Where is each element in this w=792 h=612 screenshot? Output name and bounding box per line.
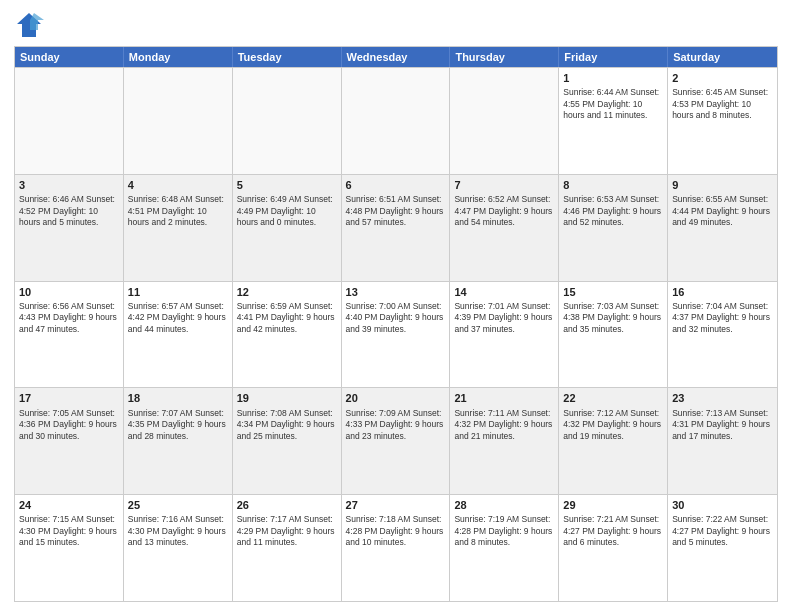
calendar-cell: 26Sunrise: 7:17 AM Sunset: 4:29 PM Dayli… bbox=[233, 495, 342, 601]
calendar-cell: 12Sunrise: 6:59 AM Sunset: 4:41 PM Dayli… bbox=[233, 282, 342, 388]
day-info: Sunrise: 6:46 AM Sunset: 4:52 PM Dayligh… bbox=[19, 194, 119, 228]
day-number: 20 bbox=[346, 391, 446, 405]
calendar-row-2: 10Sunrise: 6:56 AM Sunset: 4:43 PM Dayli… bbox=[15, 281, 777, 388]
day-info: Sunrise: 7:11 AM Sunset: 4:32 PM Dayligh… bbox=[454, 408, 554, 442]
day-number: 14 bbox=[454, 285, 554, 299]
calendar-cell: 18Sunrise: 7:07 AM Sunset: 4:35 PM Dayli… bbox=[124, 388, 233, 494]
day-info: Sunrise: 7:08 AM Sunset: 4:34 PM Dayligh… bbox=[237, 408, 337, 442]
day-number: 22 bbox=[563, 391, 663, 405]
day-info: Sunrise: 6:49 AM Sunset: 4:49 PM Dayligh… bbox=[237, 194, 337, 228]
day-info: Sunrise: 6:45 AM Sunset: 4:53 PM Dayligh… bbox=[672, 87, 773, 121]
day-info: Sunrise: 7:03 AM Sunset: 4:38 PM Dayligh… bbox=[563, 301, 663, 335]
day-number: 15 bbox=[563, 285, 663, 299]
calendar-cell: 3Sunrise: 6:46 AM Sunset: 4:52 PM Daylig… bbox=[15, 175, 124, 281]
calendar-cell: 9Sunrise: 6:55 AM Sunset: 4:44 PM Daylig… bbox=[668, 175, 777, 281]
calendar-cell: 10Sunrise: 6:56 AM Sunset: 4:43 PM Dayli… bbox=[15, 282, 124, 388]
calendar-row-1: 3Sunrise: 6:46 AM Sunset: 4:52 PM Daylig… bbox=[15, 174, 777, 281]
calendar-cell: 8Sunrise: 6:53 AM Sunset: 4:46 PM Daylig… bbox=[559, 175, 668, 281]
day-header-saturday: Saturday bbox=[668, 47, 777, 67]
day-info: Sunrise: 6:48 AM Sunset: 4:51 PM Dayligh… bbox=[128, 194, 228, 228]
day-info: Sunrise: 6:56 AM Sunset: 4:43 PM Dayligh… bbox=[19, 301, 119, 335]
calendar-cell: 23Sunrise: 7:13 AM Sunset: 4:31 PM Dayli… bbox=[668, 388, 777, 494]
calendar-cell: 28Sunrise: 7:19 AM Sunset: 4:28 PM Dayli… bbox=[450, 495, 559, 601]
calendar-cell: 16Sunrise: 7:04 AM Sunset: 4:37 PM Dayli… bbox=[668, 282, 777, 388]
day-header-thursday: Thursday bbox=[450, 47, 559, 67]
day-number: 17 bbox=[19, 391, 119, 405]
header bbox=[14, 10, 778, 40]
calendar-cell: 25Sunrise: 7:16 AM Sunset: 4:30 PM Dayli… bbox=[124, 495, 233, 601]
day-info: Sunrise: 6:52 AM Sunset: 4:47 PM Dayligh… bbox=[454, 194, 554, 228]
calendar-cell: 14Sunrise: 7:01 AM Sunset: 4:39 PM Dayli… bbox=[450, 282, 559, 388]
day-info: Sunrise: 7:05 AM Sunset: 4:36 PM Dayligh… bbox=[19, 408, 119, 442]
day-number: 16 bbox=[672, 285, 773, 299]
calendar-cell bbox=[124, 68, 233, 174]
day-number: 23 bbox=[672, 391, 773, 405]
day-number: 24 bbox=[19, 498, 119, 512]
day-number: 27 bbox=[346, 498, 446, 512]
page: SundayMondayTuesdayWednesdayThursdayFrid… bbox=[0, 0, 792, 612]
day-info: Sunrise: 7:13 AM Sunset: 4:31 PM Dayligh… bbox=[672, 408, 773, 442]
calendar-cell: 30Sunrise: 7:22 AM Sunset: 4:27 PM Dayli… bbox=[668, 495, 777, 601]
calendar-row-4: 24Sunrise: 7:15 AM Sunset: 4:30 PM Dayli… bbox=[15, 494, 777, 601]
day-number: 2 bbox=[672, 71, 773, 85]
day-info: Sunrise: 7:09 AM Sunset: 4:33 PM Dayligh… bbox=[346, 408, 446, 442]
calendar-cell: 19Sunrise: 7:08 AM Sunset: 4:34 PM Dayli… bbox=[233, 388, 342, 494]
day-info: Sunrise: 7:15 AM Sunset: 4:30 PM Dayligh… bbox=[19, 514, 119, 548]
svg-marker-1 bbox=[30, 13, 44, 30]
calendar-cell: 29Sunrise: 7:21 AM Sunset: 4:27 PM Dayli… bbox=[559, 495, 668, 601]
calendar-cell: 20Sunrise: 7:09 AM Sunset: 4:33 PM Dayli… bbox=[342, 388, 451, 494]
calendar-cell: 17Sunrise: 7:05 AM Sunset: 4:36 PM Dayli… bbox=[15, 388, 124, 494]
day-number: 28 bbox=[454, 498, 554, 512]
day-number: 19 bbox=[237, 391, 337, 405]
day-info: Sunrise: 7:17 AM Sunset: 4:29 PM Dayligh… bbox=[237, 514, 337, 548]
day-header-sunday: Sunday bbox=[15, 47, 124, 67]
day-number: 26 bbox=[237, 498, 337, 512]
day-info: Sunrise: 6:44 AM Sunset: 4:55 PM Dayligh… bbox=[563, 87, 663, 121]
calendar-cell: 24Sunrise: 7:15 AM Sunset: 4:30 PM Dayli… bbox=[15, 495, 124, 601]
day-number: 11 bbox=[128, 285, 228, 299]
day-info: Sunrise: 7:04 AM Sunset: 4:37 PM Dayligh… bbox=[672, 301, 773, 335]
calendar-row-0: 1Sunrise: 6:44 AM Sunset: 4:55 PM Daylig… bbox=[15, 67, 777, 174]
calendar-cell: 2Sunrise: 6:45 AM Sunset: 4:53 PM Daylig… bbox=[668, 68, 777, 174]
day-header-friday: Friday bbox=[559, 47, 668, 67]
day-number: 10 bbox=[19, 285, 119, 299]
day-info: Sunrise: 6:57 AM Sunset: 4:42 PM Dayligh… bbox=[128, 301, 228, 335]
day-number: 7 bbox=[454, 178, 554, 192]
day-header-wednesday: Wednesday bbox=[342, 47, 451, 67]
calendar-cell: 27Sunrise: 7:18 AM Sunset: 4:28 PM Dayli… bbox=[342, 495, 451, 601]
calendar-cell: 7Sunrise: 6:52 AM Sunset: 4:47 PM Daylig… bbox=[450, 175, 559, 281]
calendar-cell: 4Sunrise: 6:48 AM Sunset: 4:51 PM Daylig… bbox=[124, 175, 233, 281]
calendar-cell: 15Sunrise: 7:03 AM Sunset: 4:38 PM Dayli… bbox=[559, 282, 668, 388]
day-info: Sunrise: 7:12 AM Sunset: 4:32 PM Dayligh… bbox=[563, 408, 663, 442]
day-number: 12 bbox=[237, 285, 337, 299]
calendar-cell: 1Sunrise: 6:44 AM Sunset: 4:55 PM Daylig… bbox=[559, 68, 668, 174]
calendar-cell: 13Sunrise: 7:00 AM Sunset: 4:40 PM Dayli… bbox=[342, 282, 451, 388]
day-info: Sunrise: 7:16 AM Sunset: 4:30 PM Dayligh… bbox=[128, 514, 228, 548]
day-info: Sunrise: 7:01 AM Sunset: 4:39 PM Dayligh… bbox=[454, 301, 554, 335]
day-number: 18 bbox=[128, 391, 228, 405]
calendar-cell: 22Sunrise: 7:12 AM Sunset: 4:32 PM Dayli… bbox=[559, 388, 668, 494]
day-number: 13 bbox=[346, 285, 446, 299]
day-info: Sunrise: 7:21 AM Sunset: 4:27 PM Dayligh… bbox=[563, 514, 663, 548]
day-number: 8 bbox=[563, 178, 663, 192]
day-info: Sunrise: 7:18 AM Sunset: 4:28 PM Dayligh… bbox=[346, 514, 446, 548]
calendar-row-3: 17Sunrise: 7:05 AM Sunset: 4:36 PM Dayli… bbox=[15, 387, 777, 494]
day-number: 21 bbox=[454, 391, 554, 405]
calendar: SundayMondayTuesdayWednesdayThursdayFrid… bbox=[14, 46, 778, 602]
calendar-cell bbox=[233, 68, 342, 174]
day-info: Sunrise: 6:53 AM Sunset: 4:46 PM Dayligh… bbox=[563, 194, 663, 228]
day-info: Sunrise: 6:59 AM Sunset: 4:41 PM Dayligh… bbox=[237, 301, 337, 335]
calendar-cell: 11Sunrise: 6:57 AM Sunset: 4:42 PM Dayli… bbox=[124, 282, 233, 388]
logo-icon bbox=[14, 10, 44, 40]
day-info: Sunrise: 7:22 AM Sunset: 4:27 PM Dayligh… bbox=[672, 514, 773, 548]
calendar-body: 1Sunrise: 6:44 AM Sunset: 4:55 PM Daylig… bbox=[15, 67, 777, 601]
day-info: Sunrise: 6:55 AM Sunset: 4:44 PM Dayligh… bbox=[672, 194, 773, 228]
calendar-cell bbox=[342, 68, 451, 174]
day-header-monday: Monday bbox=[124, 47, 233, 67]
calendar-cell bbox=[450, 68, 559, 174]
day-number: 4 bbox=[128, 178, 228, 192]
day-number: 9 bbox=[672, 178, 773, 192]
day-number: 1 bbox=[563, 71, 663, 85]
day-number: 5 bbox=[237, 178, 337, 192]
day-number: 3 bbox=[19, 178, 119, 192]
